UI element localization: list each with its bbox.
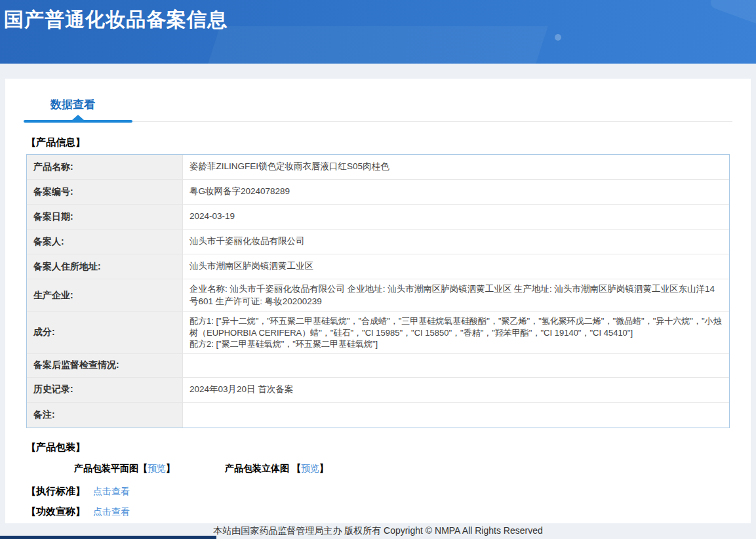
- row-label: 备案日期:: [27, 205, 183, 229]
- content-card: 数据查看 【产品信息】 产品名称: 姿龄菲ZILINGFEI锁色定妆雨衣唇液口红…: [5, 79, 751, 523]
- tab-bar: 数据查看: [5, 79, 751, 122]
- efficacy-view-link[interactable]: 点击查看: [93, 506, 130, 517]
- tab-data-view[interactable]: 数据查看: [50, 97, 95, 112]
- bracket: 【: [292, 463, 301, 473]
- row-value: 2024-03-19: [183, 205, 729, 229]
- formula-2: 配方2: ["聚二甲基硅氧烷"，"环五聚二甲基硅氧烷"]: [189, 338, 723, 350]
- packaging-section-title: 【产品包装】: [26, 441, 751, 454]
- flat-image-preview-link[interactable]: 预览: [148, 463, 166, 473]
- header-decoration: [555, 34, 561, 41]
- standards-section-title: 【执行标准】: [26, 485, 85, 496]
- header-decoration: [173, 26, 547, 64]
- row-value: 企业名称: 汕头市千姿丽化妆品有限公司 企业地址: 汕头市潮南区胪岗镇泗黄工业区…: [183, 279, 729, 311]
- table-row-registrant-address: 备案人住所地址: 汕头市潮南区胪岗镇泗黄工业区: [27, 254, 729, 279]
- packaging-previews: 产品包装平面图【预览】产品包装立体图 【预览】: [74, 463, 751, 475]
- row-label: 备注:: [27, 403, 183, 428]
- row-value: 粤G妆网备字2024078289: [183, 180, 729, 204]
- table-row-product-name: 产品名称: 姿龄菲ZILINGFEI锁色定妆雨衣唇液口红S05肉桂色: [27, 155, 729, 180]
- standards-view-link[interactable]: 点击查看: [93, 486, 130, 496]
- product-info-table: 产品名称: 姿龄菲ZILINGFEI锁色定妆雨衣唇液口红S05肉桂色 备案编号:…: [26, 154, 730, 428]
- row-label: 备案人住所地址:: [27, 254, 183, 279]
- row-value: 2024年03月20日 首次备案: [183, 378, 729, 402]
- row-value: 汕头市潮南区胪岗镇泗黄工业区: [183, 254, 729, 279]
- row-label: 产品名称:: [27, 155, 183, 179]
- efficacy-row: 【功效宣称】点击查看: [26, 506, 751, 518]
- row-label: 备案编号:: [27, 180, 183, 204]
- table-row-registration-number: 备案编号: 粤G妆网备字2024078289: [27, 180, 729, 205]
- tab-line: 数据查看: [24, 97, 732, 122]
- bracket: 【: [138, 463, 148, 473]
- row-value: [183, 403, 729, 428]
- table-row-supervision: 备案后监督检查情况:: [27, 354, 729, 378]
- table-row-manufacturer: 生产企业: 企业名称: 汕头市千姿丽化妆品有限公司 企业地址: 汕头市潮南区胪岗…: [27, 279, 729, 312]
- efficacy-section-title: 【功效宣称】: [26, 506, 85, 517]
- row-label: 成分:: [27, 312, 183, 353]
- row-value: 配方1: ["异十二烷"，"环五聚二甲基硅氧烷"，"合成蜡"，"三甲基硅烷氧基硅…: [183, 312, 729, 353]
- table-row-history: 历史记录: 2024年03月20日 首次备案: [27, 378, 729, 403]
- row-label: 历史记录:: [27, 378, 183, 402]
- table-row-registrant: 备案人: 汕头市千姿丽化妆品有限公司: [27, 230, 729, 254]
- tab-active-underline: [24, 120, 132, 123]
- formula-1: 配方1: ["异十二烷"，"环五聚二甲基硅氧烷"，"合成蜡"，"三甲基硅烷氧基硅…: [189, 315, 723, 338]
- flat-image-label: 产品包装平面图: [74, 463, 138, 473]
- row-label: 备案人:: [27, 230, 183, 254]
- table-row-registration-date: 备案日期: 2024-03-19: [27, 205, 729, 230]
- footer-copyright: 本站由国家药品监督管理局主办 版权所有 Copyright © NMPA All…: [213, 525, 542, 537]
- table-row-remarks: 备注:: [27, 403, 729, 428]
- bracket: 】: [166, 463, 175, 473]
- tab-active-pointer-icon: [72, 115, 84, 120]
- stereo-image-label: 产品包装立体图: [225, 463, 289, 473]
- stereo-image-preview-link[interactable]: 预览: [301, 463, 319, 473]
- row-value: [183, 354, 729, 377]
- standards-row: 【执行标准】点击查看: [26, 485, 751, 498]
- page-header: 国产普通化妆品备案信息: [0, 0, 756, 64]
- row-value: 汕头市千姿丽化妆品有限公司: [183, 230, 729, 254]
- row-value: 姿龄菲ZILINGFEI锁色定妆雨衣唇液口红S05肉桂色: [183, 155, 729, 179]
- row-label: 备案后监督检查情况:: [27, 354, 183, 377]
- bottom-scroll-bar: [0, 536, 216, 539]
- table-row-ingredients: 成分: 配方1: ["异十二烷"，"环五聚二甲基硅氧烷"，"合成蜡"，"三甲基硅…: [27, 312, 729, 354]
- bracket: 】: [319, 463, 328, 473]
- row-label: 生产企业:: [27, 279, 183, 311]
- product-info-section-title: 【产品信息】: [26, 136, 751, 149]
